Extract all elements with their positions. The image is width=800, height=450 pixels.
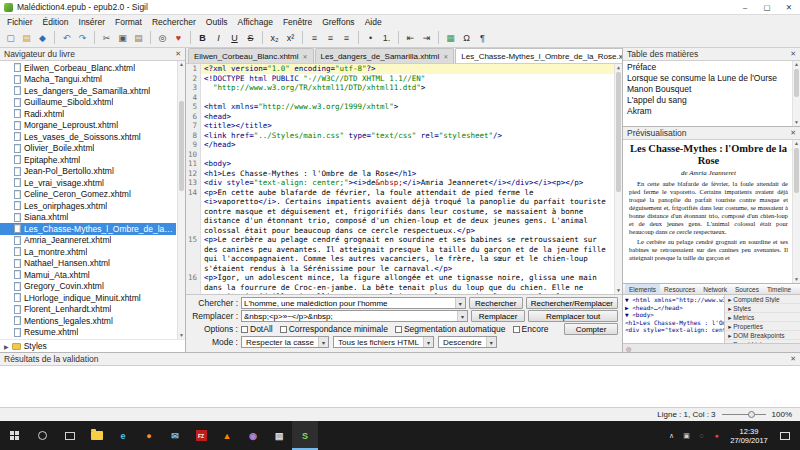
dom-tree-row[interactable]: ▼ <html xmlns="http://www.w3.org/1999/xh… <box>625 296 722 304</box>
insert-image-button[interactable]: ▦ <box>443 30 458 46</box>
option-dotall-checkbox[interactable]: DotAll <box>241 324 273 334</box>
numbered-list-button[interactable]: 1. <box>379 30 394 46</box>
scroll-down-icon[interactable]: ▼ <box>793 276 800 283</box>
file-item[interactable]: Mamui_Ata.xhtml <box>0 269 176 281</box>
toc-scrollbar[interactable]: ▲ ▼ <box>792 61 800 126</box>
validation-close-icon[interactable]: ✕ <box>790 355 796 363</box>
scroll-up-icon[interactable]: ▲ <box>793 61 800 68</box>
code-line[interactable]: 13<div style="text-align: center;"><i>de… <box>186 178 614 188</box>
file-item[interactable]: Gregory_Covin.xhtml <box>0 281 176 293</box>
code-line[interactable]: 7<title></title> <box>186 121 614 131</box>
tray-expand-icon[interactable]: ∧ <box>664 432 679 440</box>
toc-item[interactable]: Préface <box>625 62 791 73</box>
menu-format[interactable]: Format <box>110 15 147 28</box>
scroll-up-icon[interactable]: ▲ <box>793 140 800 147</box>
task-view-button[interactable] <box>56 421 84 450</box>
increase-indent-button[interactable]: ⇥ <box>419 30 434 46</box>
bold-button[interactable]: B <box>195 30 210 46</box>
code-line[interactable]: 2<!DOCTYPE html PUBLIC "-//W3C//DTD XHTM… <box>186 74 614 84</box>
replace-input-field[interactable] <box>242 311 457 321</box>
menu-outils[interactable]: Outils <box>201 15 233 28</box>
new-file-button[interactable]: ▢ <box>3 30 18 46</box>
file-item[interactable]: Les_vases_de_Soissons.xhtml <box>0 131 176 143</box>
align-right-button[interactable]: ≡ <box>339 30 354 46</box>
find-button[interactable]: Rechercher <box>469 297 523 309</box>
replace-input[interactable]: ▾ <box>241 310 468 322</box>
file-item[interactable]: Mentions_legales.xhtml <box>0 315 176 327</box>
inspector-tab-sources[interactable]: Sources <box>731 284 763 294</box>
taskbar-firefox-icon[interactable]: ● <box>136 421 162 450</box>
taskbar-explorer-icon[interactable] <box>84 421 110 450</box>
code-line[interactable]: 6<head> <box>186 112 614 122</box>
inspector-section-properties[interactable]: ▸ Properties <box>725 322 800 331</box>
subscript-button[interactable]: x₂ <box>267 30 282 46</box>
preview-scrollbar[interactable]: ▲ ▼ <box>792 140 800 283</box>
code-line[interactable]: 16<p>Igor, un adolescent mince, la figur… <box>186 273 614 294</box>
paste-button[interactable]: ▤ <box>131 30 146 46</box>
dom-tree-row[interactable]: ▶ <head>…</head> <box>625 304 722 312</box>
mode-combo-descendre[interactable]: Descendre▾ <box>438 336 497 348</box>
menu-fen-tre[interactable]: Fenêtre <box>278 15 317 28</box>
undo-button[interactable]: ↶ <box>59 30 74 46</box>
book-browser-scrollbar[interactable]: ▲ ▼ <box>177 61 185 339</box>
code-line[interactable]: 1<?xml version="1.0" encoding="utf-8"?> <box>186 64 614 74</box>
save-button[interactable]: ◆ <box>35 30 50 46</box>
toc-close-icon[interactable]: ✕ <box>790 50 796 58</box>
chevron-down-icon[interactable]: ▾ <box>457 311 467 321</box>
mode-combo-respecter-la-casse[interactable]: Respecter la casse▾ <box>241 336 329 348</box>
menu-greffons[interactable]: Greffons <box>317 15 359 28</box>
count-button[interactable]: Compter <box>564 323 618 335</box>
file-item[interactable]: Guillaume_Sibold.xhtml <box>0 97 176 109</box>
tab-close-icon[interactable]: ✕ <box>303 53 308 60</box>
inspector-tab-resources[interactable]: Resources <box>660 284 699 294</box>
cut-button[interactable]: ✂ <box>99 30 114 46</box>
editor-scrollbar[interactable]: ▲ ▼ <box>614 64 622 294</box>
taskbar-clock[interactable]: 12:39 27/09/2017 <box>724 427 774 445</box>
file-item[interactable]: Nathael_Hansen.xhtml <box>0 258 176 270</box>
code-line[interactable]: 8<link href="../Styles/main.css" type="t… <box>186 131 614 141</box>
taskbar-filezilla-icon[interactable]: FZ <box>188 421 214 450</box>
code-line[interactable]: 12<h1>Les Chasse-Mythes : l'Ombre de la … <box>186 169 614 179</box>
slider-thumb[interactable] <box>748 411 755 418</box>
chevron-down-icon[interactable]: ▾ <box>455 298 465 308</box>
file-item[interactable]: Morgane_Leproust.xhtml <box>0 120 176 132</box>
action-center-button[interactable] <box>774 432 796 440</box>
decrease-indent-button[interactable]: ⇤ <box>403 30 418 46</box>
scroll-down-icon[interactable]: ▼ <box>793 119 800 126</box>
align-center-button[interactable]: ≡ <box>323 30 338 46</box>
toc-item[interactable]: L'appel du sang <box>625 95 791 106</box>
find-replace-toolbar-button[interactable]: ◎ <box>155 30 170 46</box>
editor-tab[interactable]: Eilwen_Corbeau_Blanc.xhtml✕ <box>188 48 314 63</box>
option-correspondance-minimale-checkbox[interactable]: Correspondance minimale <box>280 324 388 334</box>
toc-item[interactable]: Manon Bousquet <box>625 84 791 95</box>
find-replace-button[interactable]: Rechercher/Remplacer <box>526 297 618 309</box>
menu-rechercher[interactable]: Rechercher <box>147 15 201 28</box>
code-line[interactable]: 10 <box>186 150 614 160</box>
inspector-section-styles[interactable]: ▸ Styles <box>725 304 800 313</box>
scroll-up-icon[interactable]: ▲ <box>615 64 622 71</box>
file-item[interactable]: Florent_Lenhardt.xhtml <box>0 304 176 316</box>
copy-button[interactable]: ▣ <box>115 30 130 46</box>
file-item[interactable]: Amria_Jeanneret.xhtml <box>0 235 176 247</box>
split-section-button[interactable]: ¶ <box>475 30 490 46</box>
italic-button[interactable]: I <box>211 30 226 46</box>
zoom-slider[interactable] <box>722 410 766 420</box>
code-line[interactable]: 14<p>En cette aube blafarde de février, … <box>186 188 614 236</box>
tray-icon-2[interactable]: ◌ <box>694 432 709 439</box>
inspect-element-icon[interactable]: ◎ <box>626 345 631 352</box>
scrollbar-thumb[interactable] <box>179 101 184 191</box>
file-item[interactable]: LHorloge_indique_Minuit.xhtml <box>0 292 176 304</box>
file-item[interactable]: Jean-Pol_Bertollo.xhtml <box>0 166 176 178</box>
taskbar-edge-icon[interactable]: e <box>110 421 136 450</box>
dom-tree-row[interactable]: <h1>Les Chasse-Mythes : l'Ombre de la Ro… <box>625 319 722 327</box>
scrollbar-thumb[interactable] <box>794 148 799 193</box>
menu-ins-rer[interactable]: Insérer <box>74 15 110 28</box>
replace-button[interactable]: Remplacer <box>471 310 525 322</box>
file-item[interactable]: Eilwen_Corbeau_Blanc.xhtml <box>0 62 176 74</box>
inspector-tab-timeline[interactable]: Timeline <box>763 284 795 294</box>
bulleted-list-button[interactable]: • <box>363 30 378 46</box>
toc-item[interactable]: Akram <box>625 106 791 117</box>
strikethrough-button[interactable]: S <box>243 30 258 46</box>
file-item[interactable]: Siana.xhtml <box>0 212 176 224</box>
close-button[interactable]: ✕ <box>778 0 800 14</box>
